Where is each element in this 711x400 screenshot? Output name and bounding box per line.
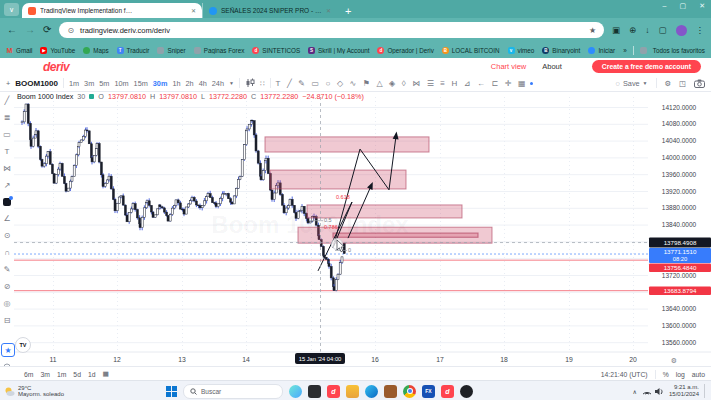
rectangle-tool-icon[interactable]: ▭ xyxy=(3,130,11,139)
side-panel-icon[interactable]: ▢ xyxy=(658,25,666,35)
tab-search-button[interactable]: ∨ xyxy=(4,3,19,16)
timeframe-3m[interactable]: 3m xyxy=(84,79,94,88)
arrow-drawing[interactable] xyxy=(318,136,396,271)
timeframe-1h[interactable]: 1h xyxy=(172,79,180,88)
timeframe-5m[interactable]: 5m xyxy=(99,79,109,88)
hv-line-tool-icon[interactable]: H xyxy=(452,79,458,88)
triangle-tool-icon[interactable]: △ xyxy=(376,79,382,88)
create-demo-account-button[interactable]: Create a free demo account xyxy=(592,60,701,73)
range-3m[interactable]: 3m xyxy=(40,371,49,378)
back-button[interactable]: ← xyxy=(7,25,17,35)
hline-tool-icon[interactable]: ≡ xyxy=(440,79,445,88)
forward-button[interactable]: → xyxy=(25,25,35,35)
bookmark-item[interactable]: MGmail xyxy=(6,47,32,54)
new-tab-button[interactable]: + xyxy=(345,5,351,17)
trend-line-tool-icon[interactable]: ╱ xyxy=(287,79,292,88)
timeframe-30m[interactable]: 30m xyxy=(153,79,168,88)
weather-widget[interactable]: 29°C Mayorm. soleado xyxy=(0,385,154,398)
bookmark-item[interactable]: Maps xyxy=(83,47,108,54)
fullscreen-icon[interactable]: ◳ xyxy=(679,79,686,88)
xabcd-tool-icon[interactable]: ⋈ xyxy=(412,79,420,88)
tab-close-icon[interactable]: ✕ xyxy=(191,7,196,14)
delete-drawings-tool-icon[interactable]: ⊟ xyxy=(4,316,11,325)
timeframe-2h[interactable]: 2h xyxy=(186,79,194,88)
start-button[interactable] xyxy=(166,386,177,397)
address-bar[interactable]: ⊙ tradingview.deriv.com/deriv ★ xyxy=(59,22,604,38)
tradingview-logo-badge[interactable]: TV xyxy=(15,337,31,353)
range-1d[interactable]: 1d xyxy=(88,371,96,378)
bookmark-item[interactable]: SSkrill | My Account xyxy=(308,47,369,54)
flag-tool-icon[interactable]: ⚑ xyxy=(363,79,370,88)
forecast-tool-icon[interactable]: ↗ xyxy=(4,181,11,190)
deriv-app-icon[interactable]: d xyxy=(327,385,340,398)
wave-tool-icon[interactable]: ∿ xyxy=(350,79,357,88)
deriv-app-icon[interactable]: d xyxy=(441,385,454,398)
polygon-tool-icon[interactable]: ◇ xyxy=(337,79,343,88)
nav-about[interactable]: About xyxy=(542,62,562,71)
bookmark-item[interactable]: Paginas Forex xyxy=(194,47,245,54)
snapshot-camera-icon[interactable] xyxy=(694,79,705,88)
timeframe-10m[interactable]: 10m xyxy=(114,79,128,88)
grid-tool-icon[interactable]: ▦ xyxy=(518,79,526,88)
text-tool-icon[interactable]: T xyxy=(5,147,10,156)
ray-tool-icon[interactable]: ← xyxy=(477,79,485,88)
angle-tool-icon[interactable]: ⊿ xyxy=(464,79,471,88)
maximize-button[interactable]: ▢ xyxy=(680,2,687,10)
tray-chevron-icon[interactable]: ∧ xyxy=(633,388,637,395)
timeframe-4h[interactable]: 4h xyxy=(199,79,207,88)
extension-icon[interactable]: ▣ xyxy=(612,25,620,35)
bookmark-star-icon[interactable]: ★ xyxy=(589,26,596,35)
favorites-star-button[interactable]: ★ xyxy=(1,343,15,357)
minimize-button[interactable]: – xyxy=(663,2,667,10)
task-view-app-icon[interactable] xyxy=(308,385,321,398)
fib-retracement-tool-icon[interactable]: ≣ xyxy=(4,113,11,122)
supply-zone-drawing[interactable] xyxy=(333,233,478,237)
menu-kebab-icon[interactable]: ⋮ xyxy=(696,25,705,35)
store-app-icon[interactable] xyxy=(384,385,397,398)
scale-%[interactable]: % xyxy=(663,371,669,378)
bookmark-item[interactable]: BLOCAL BITCOIN xyxy=(442,47,500,54)
scale-auto[interactable]: auto xyxy=(692,371,705,378)
timeframe-15m[interactable]: 15m xyxy=(134,79,148,88)
app-icon[interactable] xyxy=(460,385,473,398)
reload-button[interactable]: ⟳ xyxy=(43,25,51,35)
rectangle-tool-icon[interactable]: ▭ xyxy=(311,79,319,88)
price-label-tool-icon[interactable]: ◊ xyxy=(402,79,406,88)
symbol-button[interactable]: BOOM1000 xyxy=(15,79,58,88)
cross-tool-icon[interactable]: ✛ xyxy=(505,79,512,88)
ellipse-tool-icon[interactable]: ○ xyxy=(326,79,331,88)
pattern-tool-icon[interactable]: ⋈ xyxy=(3,164,11,173)
channel-tool-icon[interactable]: ☰ xyxy=(427,79,434,88)
measure-tool-icon[interactable]: ∠ xyxy=(3,214,10,223)
zoom-tool-icon[interactable]: ⊙ xyxy=(4,231,11,240)
supply-zone-drawing[interactable] xyxy=(270,170,406,189)
bookmark-item[interactable]: BBinaryoint xyxy=(542,47,580,54)
nav-chart-view[interactable]: Chart view xyxy=(491,62,526,71)
site-info-icon[interactable]: ⊙ xyxy=(67,26,74,35)
settings-gear-icon[interactable]: ⚙ xyxy=(665,79,672,88)
browser-tab-inactive[interactable]: SEÑALES 2024 SNIPER PRO - … ✕ xyxy=(202,3,337,18)
edge-browser-icon[interactable] xyxy=(365,385,378,398)
scale-log[interactable]: log xyxy=(676,371,685,378)
taskbar-search[interactable]: Buscar xyxy=(183,384,283,399)
chevron-down-icon[interactable]: ▼ xyxy=(229,80,234,86)
save-button[interactable]: ◌ Save ▼ xyxy=(616,79,648,88)
bookmark-item[interactable]: Iniciar reunión - Zo… xyxy=(588,47,617,54)
browser-tab-active[interactable]: TradingView Implementation f… ✕ xyxy=(22,3,202,18)
magnet-tool-icon[interactable]: ∩ xyxy=(4,248,10,257)
bookmark-item[interactable]: dSINTETICOS xyxy=(252,47,300,54)
bookmark-item[interactable]: dOperador | Deriv xyxy=(377,47,433,54)
hide-drawings-tool-icon[interactable]: ◎ xyxy=(4,299,11,308)
copilot-app-icon[interactable] xyxy=(289,385,302,398)
lock-drawings-tool-icon[interactable]: ⊘ xyxy=(4,282,11,291)
range-5d[interactable]: 5d xyxy=(73,371,81,378)
range-6m[interactable]: 6m xyxy=(24,371,33,378)
price-chart[interactable]: Boom 1000 Index0.6180.50.786011121314161… xyxy=(0,91,711,366)
timeframe-24h[interactable]: 24h xyxy=(212,79,224,88)
indicators-icon[interactable]: ∷ xyxy=(260,79,265,88)
share-icon[interactable]: ⊕ xyxy=(629,25,636,35)
drawing-mode-tool-icon[interactable]: ✎ xyxy=(4,265,11,274)
supply-zone-drawing[interactable] xyxy=(307,205,462,218)
clock-utc[interactable]: 14:21:40 (UTC) xyxy=(601,371,648,378)
go-to-date-icon[interactable]: ▦ xyxy=(102,370,108,378)
